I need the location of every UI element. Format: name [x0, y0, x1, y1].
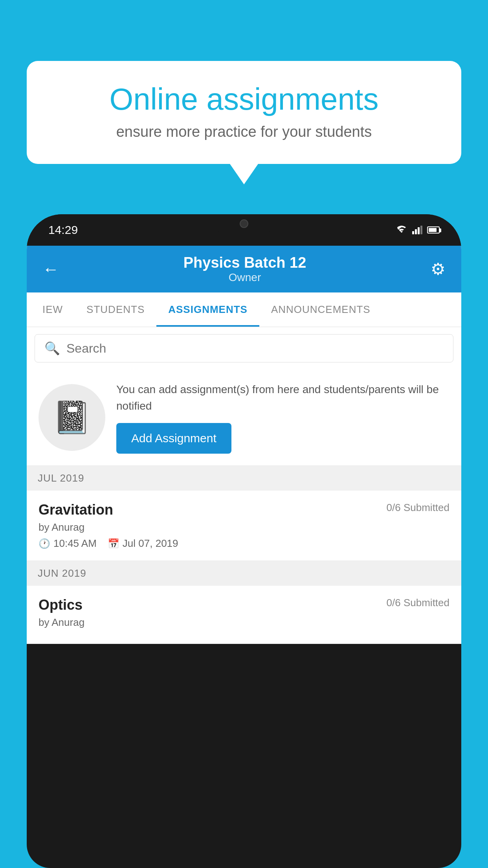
notebook-icon: 📓: [52, 399, 92, 436]
settings-icon[interactable]: ⚙: [431, 259, 446, 279]
assignment-submitted: 0/6 Submitted: [387, 502, 449, 514]
assignment-author-optics: by Anurag: [39, 616, 449, 629]
svg-rect-2: [418, 227, 420, 234]
info-description: You can add assignment(s) from here and …: [116, 381, 449, 414]
assignment-gravitation[interactable]: Gravitation 0/6 Submitted by Anurag 🕐 10…: [27, 491, 461, 561]
assignment-name: Gravitation: [39, 502, 113, 518]
back-button[interactable]: ←: [42, 260, 59, 279]
assignment-meta: 🕐 10:45 AM 📅 Jul 07, 2019: [39, 537, 449, 550]
header-center: Physics Batch 12 Owner: [183, 254, 306, 284]
time-value: 10:45 AM: [53, 537, 97, 550]
app-header: ← Physics Batch 12 Owner ⚙: [27, 246, 461, 292]
section-header-jul: JUL 2019: [27, 466, 461, 491]
date-value: Jul 07, 2019: [123, 537, 178, 550]
search-container: 🔍: [27, 327, 461, 370]
status-time: 14:29: [48, 223, 78, 237]
tab-students[interactable]: STUDENTS: [75, 292, 156, 327]
speech-bubble: Online assignments ensure more practice …: [27, 61, 461, 164]
wifi-icon: [396, 226, 407, 234]
notebook-icon-container: 📓: [39, 384, 105, 451]
bubble-subtitle: ensure more practice for your students: [52, 123, 436, 140]
assignment-submitted-optics: 0/6 Submitted: [387, 597, 449, 609]
section-header-jun: JUN 2019: [27, 561, 461, 586]
svg-rect-0: [412, 231, 414, 234]
tab-announcements[interactable]: ANNOUNCEMENTS: [259, 292, 382, 327]
phone-frame: 14:29 ← Physics: [27, 214, 461, 868]
search-input[interactable]: [66, 341, 444, 356]
tab-assignments[interactable]: ASSIGNMENTS: [156, 292, 259, 327]
app-screen: ← Physics Batch 12 Owner ⚙ IEW STUDENTS …: [27, 246, 461, 644]
battery-icon: [427, 226, 440, 234]
assignment-author: by Anurag: [39, 521, 449, 533]
search-bar[interactable]: 🔍: [35, 334, 453, 362]
phone-notch: [213, 214, 275, 233]
tab-iew[interactable]: IEW: [31, 292, 75, 327]
assignment-time: 🕐 10:45 AM: [39, 537, 97, 550]
svg-rect-1: [415, 229, 417, 234]
assignment-date: 📅 Jul 07, 2019: [108, 537, 178, 550]
clock-icon: 🕐: [39, 538, 50, 549]
status-icons: [396, 226, 440, 234]
assignment-optics[interactable]: Optics 0/6 Submitted by Anurag: [27, 586, 461, 644]
signal-icon: [412, 226, 422, 234]
header-title: Physics Batch 12: [183, 254, 306, 271]
info-card: 📓 You can add assignment(s) from here an…: [27, 370, 461, 466]
add-assignment-button[interactable]: Add Assignment: [116, 423, 231, 454]
calendar-icon: 📅: [108, 538, 119, 549]
info-text: You can add assignment(s) from here and …: [116, 381, 449, 454]
svg-rect-3: [420, 226, 422, 234]
tab-bar: IEW STUDENTS ASSIGNMENTS ANNOUNCEMENTS: [27, 292, 461, 327]
bubble-title: Online assignments: [52, 83, 436, 116]
assignment-row-top-optics: Optics 0/6 Submitted: [39, 597, 449, 613]
status-bar: 14:29: [27, 214, 461, 246]
search-icon: 🔍: [44, 341, 60, 356]
assignment-row-top: Gravitation 0/6 Submitted: [39, 502, 449, 518]
assignment-name-optics: Optics: [39, 597, 83, 613]
header-subtitle: Owner: [183, 271, 306, 284]
phone-camera: [240, 219, 248, 228]
